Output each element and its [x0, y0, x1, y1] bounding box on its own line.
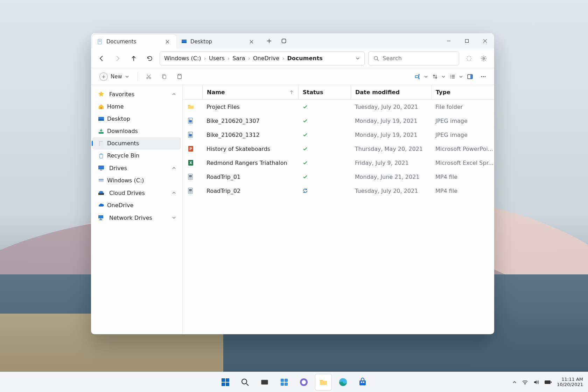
tab-documents[interactable]: Documents — [92, 35, 176, 49]
file-explorer-window: Documents Desktop — [91, 33, 494, 334]
breadcrumb-segment[interactable]: Users — [209, 55, 225, 62]
svg-rect-39 — [189, 134, 192, 136]
taskbar-store-button[interactable] — [354, 374, 371, 391]
breadcrumb-segment[interactable]: Windows (C:) — [164, 55, 201, 62]
taskbar-edge-button[interactable] — [335, 374, 351, 391]
sidebar-item-documents[interactable]: Documents — [92, 137, 181, 149]
settings-button[interactable] — [477, 52, 490, 65]
svg-rect-50 — [226, 378, 229, 382]
chevron-down-icon — [442, 75, 445, 78]
start-button[interactable] — [217, 374, 234, 391]
sidebar-item-home[interactable]: Home — [92, 100, 181, 113]
taskbar-clock[interactable]: 11:11 AM 10/20/2021 — [557, 377, 583, 387]
chevron-up-icon[interactable] — [172, 191, 176, 195]
chevron-down-icon[interactable] — [172, 216, 176, 220]
sidebar-group-network-drives[interactable]: Network Drives — [92, 211, 181, 224]
close-window-button[interactable] — [476, 33, 494, 49]
tab-close-button[interactable] — [163, 37, 172, 46]
breadcrumb-segment[interactable]: Sara — [232, 55, 245, 62]
taskbar[interactable]: 11:11 AM 10/20/2021 — [0, 372, 588, 392]
taskbar-file-explorer-button[interactable] — [315, 374, 332, 391]
sidebar-item-desktop[interactable]: Desktop — [92, 113, 181, 125]
task-view-button[interactable] — [256, 374, 273, 391]
view-button[interactable] — [447, 71, 463, 83]
taskbar-teams-button[interactable] — [295, 374, 312, 391]
column-header-type[interactable]: Type — [431, 85, 494, 99]
tab-overview-button[interactable] — [278, 35, 290, 47]
svg-rect-69 — [551, 382, 552, 383]
details-pane-button[interactable] — [464, 71, 476, 83]
wifi-icon[interactable] — [522, 379, 528, 385]
file-row[interactable]: RoadTrip_01Monday, June 21, 2021MP4 file — [183, 170, 494, 184]
file-name: Bike_210620_1312 — [206, 132, 260, 138]
sidebar-group-label: Network Drives — [109, 215, 152, 221]
copy-button[interactable] — [158, 71, 170, 83]
back-button[interactable] — [95, 52, 108, 65]
sidebar-group-favorites[interactable]: Favorites — [92, 88, 181, 100]
battery-icon[interactable] — [544, 380, 552, 385]
file-type-icon: X — [187, 159, 195, 167]
new-item-button[interactable]: + New — [96, 71, 133, 83]
file-date: Monday, June 21, 2021 — [355, 174, 420, 180]
file-row[interactable]: RoadTrip_02Tuesday, July 20, 2021MP4 fil… — [183, 184, 494, 198]
column-header-date[interactable]: Date modified — [351, 85, 431, 99]
file-row[interactable]: Bike_210620_1312Monday, July 19, 2021JPE… — [183, 128, 494, 142]
cut-button[interactable] — [143, 71, 155, 83]
file-row[interactable]: PHistory of SkateboardsThursday, May 20,… — [183, 142, 494, 156]
up-button[interactable] — [127, 52, 140, 65]
breadcrumb-history-dropdown[interactable] — [355, 56, 360, 61]
column-header-status[interactable]: Status — [298, 85, 351, 99]
chevron-up-icon[interactable] — [172, 166, 176, 170]
file-type: Microsoft Excel Spr... — [435, 160, 493, 166]
maximize-button[interactable] — [458, 33, 476, 49]
more-button[interactable] — [477, 71, 489, 83]
minimize-button[interactable] — [440, 33, 458, 49]
file-type-icon — [187, 103, 195, 111]
divider — [138, 72, 138, 81]
new-tab-button[interactable] — [263, 35, 275, 47]
column-header-name[interactable]: Name — [202, 85, 298, 99]
svg-rect-21 — [100, 107, 102, 109]
file-row[interactable]: XRedmond Rangers TriathalonFriday, July … — [183, 156, 494, 170]
svg-text:X: X — [189, 161, 192, 165]
rename-button[interactable] — [412, 71, 428, 83]
system-tray[interactable]: 11:11 AM 10/20/2021 — [512, 377, 583, 387]
file-date: Monday, July 19, 2021 — [355, 118, 417, 124]
refresh-button[interactable] — [144, 52, 156, 65]
breadcrumb-segment[interactable]: OneDrive — [253, 55, 279, 62]
svg-rect-66 — [363, 382, 364, 383]
chevron-right-icon: › — [227, 55, 230, 62]
paste-button[interactable] — [174, 71, 186, 83]
sync-activity-button[interactable] — [463, 52, 475, 65]
volume-icon[interactable] — [533, 379, 539, 385]
file-row[interactable]: Bike_210620_1307Monday, July 19, 2021JPE… — [183, 114, 494, 128]
navigation-pane[interactable]: Favorites Home Desktop Downloads Documen… — [91, 85, 183, 334]
file-row[interactable]: Project FilesTuesday, July 20, 2021File … — [183, 100, 494, 114]
sidebar-item-windows-c[interactable]: Windows (C:) — [92, 174, 181, 187]
file-date: Friday, July 9, 2021 — [355, 160, 409, 166]
tab-close-button[interactable] — [247, 37, 255, 46]
sidebar-item-downloads[interactable]: Downloads — [92, 125, 181, 137]
svg-point-19 — [483, 76, 484, 77]
search-box[interactable] — [368, 51, 459, 65]
tray-overflow-button[interactable] — [512, 380, 517, 385]
chevron-down-icon — [424, 75, 428, 78]
sidebar-group-drives[interactable]: Drives — [92, 162, 181, 174]
breadcrumb-current[interactable]: Documents — [287, 55, 323, 62]
chevron-down-icon — [459, 75, 463, 78]
tab-desktop[interactable]: Desktop — [176, 35, 260, 49]
taskbar-search-button[interactable] — [237, 374, 253, 391]
widgets-button[interactable] — [276, 374, 293, 391]
svg-rect-59 — [285, 383, 288, 386]
sort-button[interactable] — [429, 71, 445, 83]
sidebar-item-onedrive[interactable]: OneDrive — [92, 199, 181, 211]
svg-rect-12 — [163, 75, 166, 79]
search-input[interactable] — [383, 55, 454, 62]
sidebar-group-cloud-drives[interactable]: Cloud Drives — [92, 187, 181, 199]
sort-ascending-icon — [289, 90, 294, 95]
breadcrumb-bar[interactable]: Windows (C:) › Users › Sara › OneDrive ›… — [160, 51, 365, 65]
window-controls — [440, 33, 494, 49]
chevron-up-icon[interactable] — [172, 92, 176, 96]
forward-button[interactable] — [111, 52, 124, 65]
sidebar-item-recycle-bin[interactable]: Recycle Bin — [92, 149, 181, 162]
